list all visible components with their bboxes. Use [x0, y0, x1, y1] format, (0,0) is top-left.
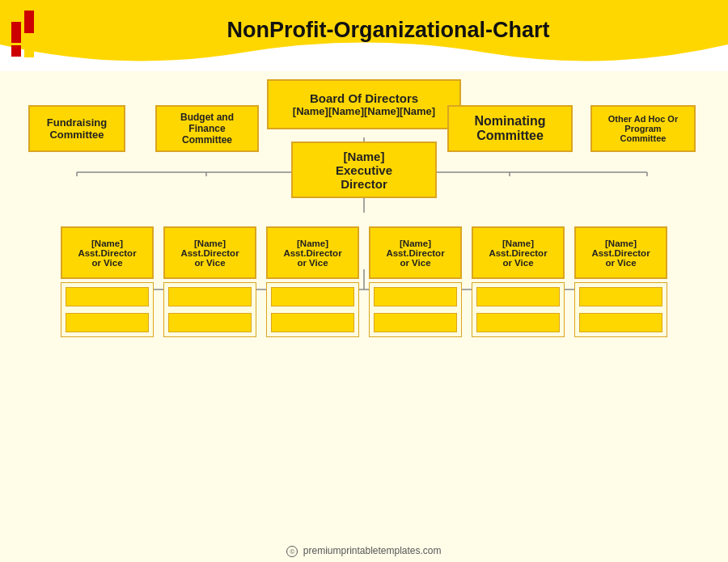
asst-col-2: [Name] Asst.Director or Vice [163, 226, 256, 337]
sub-box-6b [579, 313, 662, 332]
asst-col-1: [Name] Asst.Director or Vice [61, 226, 154, 337]
sub-box-3a [271, 287, 354, 306]
svg-rect-3 [24, 35, 34, 57]
nominating-committee-box: Nominating Committee [447, 105, 573, 152]
board-title: Board Of Directors [310, 91, 418, 105]
svg-rect-2 [11, 45, 21, 57]
sub-box-5a [476, 287, 560, 306]
sub-box-5b [476, 313, 560, 332]
asst-box-5: [Name] Asst.Director or Vice [472, 226, 565, 279]
asst-col-5: [Name] Asst.Director or Vice [472, 226, 565, 337]
sub-box-1b [66, 313, 149, 332]
asst-box-3: [Name] Asst.Director or Vice [266, 226, 359, 279]
fundraising-committee-box: Fundraising Committee [28, 105, 125, 152]
sub-box-1a [66, 287, 149, 306]
svg-rect-1 [24, 11, 34, 33]
asst-box-1: [Name] Asst.Director or Vice [61, 226, 154, 279]
page-title: NonProfit-Organizational-Chart [57, 18, 720, 43]
svg-rect-4 [11, 11, 21, 22]
board-names: [Name][Name][Name][Name] [293, 105, 435, 117]
board-box: Board Of Directors [Name][Name][Name][Na… [267, 79, 461, 129]
budget-committee-box: Budget and Finance Committee [155, 105, 259, 152]
asst-col-3: [Name] Asst.Director or Vice [266, 226, 359, 337]
sub-box-6a [579, 287, 662, 306]
footer-copyright-icon: © [286, 546, 298, 557]
asst-box-6: [Name] Asst.Director or Vice [574, 226, 667, 279]
sub-box-4a [374, 287, 457, 306]
sub-box-2a [168, 287, 252, 306]
sub-box-2b [168, 313, 252, 332]
sub-box-4b [374, 313, 457, 332]
executive-director-box: [Name] Executive Director [291, 142, 437, 198]
asst-box-4: [Name] Asst.Director or Vice [369, 226, 462, 279]
adhoc-committee-box: Other Ad Hoc Or Program Committee [590, 105, 696, 152]
footer: © premiumprintabletemplates.com [0, 545, 728, 557]
asst-col-6: [Name] Asst.Director or Vice [574, 226, 667, 337]
asst-box-2: [Name] Asst.Director or Vice [163, 226, 256, 279]
footer-text: premiumprintabletemplates.com [303, 545, 442, 556]
sub-box-3b [271, 313, 354, 332]
asst-col-4: [Name] Asst.Director or Vice [369, 226, 462, 337]
logo [10, 6, 54, 61]
